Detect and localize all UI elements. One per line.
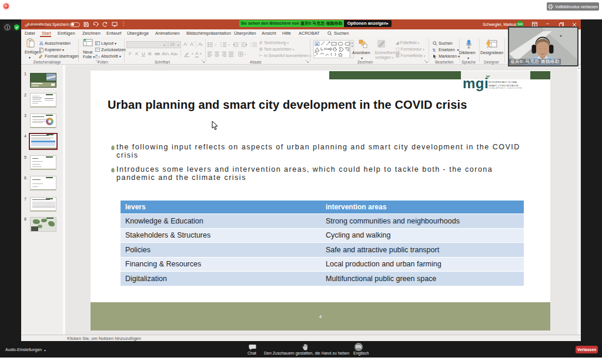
svg-text:SMART CITIES INITIATIVE: SMART CITIES INITIATIVE: [489, 84, 519, 87]
svg-text:MORGENSTADT GLOBAL: MORGENSTADT GLOBAL: [489, 81, 518, 84]
svg-text:GLOBAL APPROACH · LOCAL SOLUTI: GLOBAL APPROACH · LOCAL SOLUTIONS: [489, 87, 522, 89]
svg-text:A: A: [316, 42, 318, 46]
